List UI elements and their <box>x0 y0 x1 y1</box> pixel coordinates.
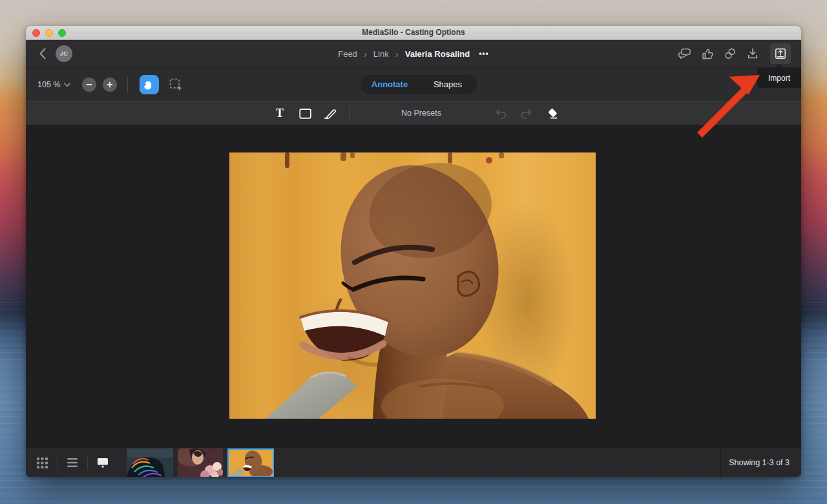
pan-tool-button[interactable] <box>140 75 159 94</box>
view-toolbar: 105 % <box>26 67 801 101</box>
zoom-level-value: 105 % <box>37 80 60 89</box>
breadcrumb-current-page: Valeria Rosalind <box>405 49 470 59</box>
grid-icon <box>37 457 48 468</box>
player-view-button[interactable] <box>96 456 110 470</box>
mediasilo-window: MediaSilo - Casting Options JC Feed › Li… <box>26 26 801 477</box>
approvals-button[interactable] <box>701 47 714 60</box>
zoom-in-button[interactable] <box>103 78 117 92</box>
thumbnail-strip <box>127 448 274 477</box>
thumbnail-laughing-portrait[interactable] <box>227 448 274 477</box>
breadcrumb-separator: › <box>395 49 399 59</box>
plus-icon <box>107 81 113 88</box>
link-rings-icon <box>724 48 737 59</box>
close-window-button[interactable] <box>32 29 40 37</box>
import-button[interactable] <box>770 43 791 64</box>
toolbar-divider <box>720 448 721 477</box>
breadcrumb-overflow-menu[interactable]: ••• <box>479 49 489 58</box>
breadcrumb-feed[interactable]: Feed <box>338 49 357 59</box>
main-photo-laughing-portrait <box>229 152 596 419</box>
marquee-select-icon <box>169 78 182 91</box>
zoom-out-button[interactable] <box>82 78 96 92</box>
download-button[interactable] <box>746 47 759 60</box>
region-select-tool-button[interactable] <box>169 78 182 91</box>
list-view-button[interactable] <box>65 456 79 470</box>
toolbar-divider <box>87 456 88 470</box>
traffic-lights <box>32 29 66 37</box>
rectangle-tool-button[interactable] <box>298 101 312 125</box>
comments-button[interactable] <box>678 47 691 60</box>
undo-button[interactable] <box>494 101 509 125</box>
toolbar-divider <box>349 107 350 120</box>
chevron-down-icon <box>64 83 70 87</box>
annotation-toolbar: T No Presets <box>26 101 801 125</box>
grid-view-button[interactable] <box>35 456 49 470</box>
hand-icon <box>143 79 155 90</box>
toolbar-divider <box>57 456 58 470</box>
share-link-button[interactable] <box>724 47 737 60</box>
thumbnail-hair-clips[interactable] <box>127 448 173 477</box>
showing-count-label: Showing 1-3 of 3 <box>729 448 790 477</box>
tab-shapes[interactable]: Shapes <box>419 75 477 94</box>
media-canvas[interactable] <box>26 125 801 447</box>
minimize-window-button[interactable] <box>45 29 53 37</box>
chat-bubbles-icon <box>678 48 691 60</box>
text-tool-icon: T <box>276 107 284 120</box>
import-tooltip-label: Import <box>768 74 790 83</box>
toolbar-divider <box>127 76 128 93</box>
window-title: MediaSilo - Casting Options <box>362 28 465 37</box>
download-icon <box>747 48 759 59</box>
rectangle-icon <box>299 109 311 119</box>
redo-icon <box>519 109 532 119</box>
list-icon <box>67 458 78 467</box>
eraser-button[interactable] <box>544 101 560 125</box>
zoom-level-dropdown[interactable]: 105 % <box>37 80 70 89</box>
minus-icon <box>86 81 92 88</box>
zoom-window-button[interactable] <box>58 29 66 37</box>
draw-tool-button[interactable] <box>322 101 338 125</box>
mode-segmented-control: Annotate Shapes <box>361 75 477 94</box>
redo-button[interactable] <box>518 101 534 125</box>
player-view-icon <box>97 457 109 468</box>
presets-dropdown[interactable]: No Presets <box>375 101 468 125</box>
text-tool-button[interactable]: T <box>273 101 286 125</box>
window-titlebar: MediaSilo - Casting Options <box>26 26 801 40</box>
breadcrumb-separator: › <box>364 49 367 59</box>
import-tooltip: Import <box>757 68 801 88</box>
thumbs-up-icon <box>702 48 714 60</box>
breadcrumb-link[interactable]: Link <box>373 49 389 59</box>
thumbnail-flowers[interactable] <box>178 448 223 477</box>
import-icon <box>775 48 786 59</box>
undo-icon <box>495 109 508 119</box>
filmstrip-bar: Showing 1-3 of 3 <box>26 447 801 477</box>
header-toolbar: JC Feed › Link › Valeria Rosalind ••• <box>26 40 801 67</box>
eraser-icon <box>545 108 558 119</box>
tab-annotate[interactable]: Annotate <box>361 75 419 94</box>
header-actions <box>678 40 791 67</box>
pen-icon <box>323 107 337 120</box>
